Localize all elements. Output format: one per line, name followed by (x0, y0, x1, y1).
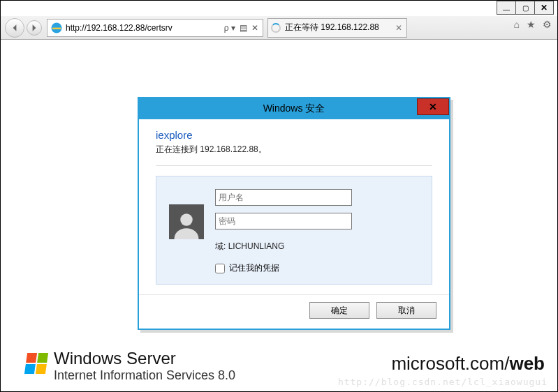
credentials-panel: 域: LICHUNLIANG 记住我的凭据 (156, 176, 432, 285)
back-button[interactable] (5, 18, 24, 38)
home-icon[interactable]: ⌂ (514, 19, 520, 30)
username-input[interactable] (215, 189, 352, 206)
dialog-button-row: 确定 取消 (139, 294, 449, 329)
loading-spinner-icon (271, 23, 281, 33)
dialog-close-button[interactable]: ✕ (417, 98, 449, 115)
window-controls (497, 1, 554, 15)
browser-tab[interactable]: 正在等待 192.168.122.88 ✕ (267, 18, 407, 38)
remember-credentials-text: 记住我的凭据 (229, 262, 279, 274)
dialog-titlebar: Windows 安全 ✕ (139, 98, 449, 119)
window-minimize-button[interactable] (497, 1, 516, 15)
watermark-text: http://blog.csdn.net/lcl_xiaowugui (338, 377, 548, 387)
window-close-button[interactable] (534, 1, 554, 15)
window-maximize-button[interactable] (515, 1, 535, 15)
tab-title: 正在等待 192.168.122.88 (285, 22, 379, 33)
favorites-icon[interactable]: ★ (527, 19, 536, 30)
domain-label: 域: LICHUNLIANG (215, 241, 419, 252)
credentials-dialog: Windows 安全 ✕ iexplore 正在连接到 192.168.122.… (138, 97, 450, 330)
dialog-title: Windows 安全 (263, 103, 325, 115)
address-bar[interactable]: ρ ▾ ▤ ✕ (47, 19, 263, 37)
branding-line1: Windows Server (54, 349, 235, 368)
stop-refresh-icon[interactable]: ✕ (251, 23, 258, 33)
windows-flag-icon (24, 353, 48, 374)
branding-line2: Internet Information Services 8.0 (54, 368, 235, 383)
iis-branding: Windows Server Internet Information Serv… (26, 349, 235, 383)
settings-gear-icon[interactable]: ⚙ (543, 19, 552, 30)
remember-credentials-label[interactable]: 记住我的凭据 (215, 262, 419, 274)
remember-credentials-checkbox[interactable] (215, 264, 225, 273)
microsoft-web-link: microsoft.com/web (391, 353, 545, 375)
svg-point-1 (180, 213, 193, 226)
search-dropdown-icon[interactable]: ρ ▾ (224, 23, 235, 33)
forward-button[interactable] (27, 20, 42, 36)
browser-toolbar: ρ ▾ ▤ ✕ 正在等待 192.168.122.88 ✕ (1, 16, 557, 40)
ok-button[interactable]: 确定 (309, 302, 369, 319)
ie-logo-icon (50, 22, 63, 34)
cancel-button[interactable]: 取消 (376, 302, 436, 319)
tab-close-icon[interactable]: ✕ (395, 23, 402, 33)
compat-view-icon[interactable]: ▤ (240, 23, 247, 33)
password-input[interactable] (215, 213, 352, 229)
user-avatar-icon (169, 204, 204, 239)
address-bar-actions: ρ ▾ ▤ ✕ (220, 23, 263, 33)
dialog-app-name: iexplore (156, 129, 432, 141)
dialog-connecting-message: 正在连接到 192.168.122.88。 (156, 144, 432, 166)
url-input[interactable] (66, 20, 220, 36)
toolbar-right-icons: ⌂ ★ ⚙ (514, 19, 552, 30)
